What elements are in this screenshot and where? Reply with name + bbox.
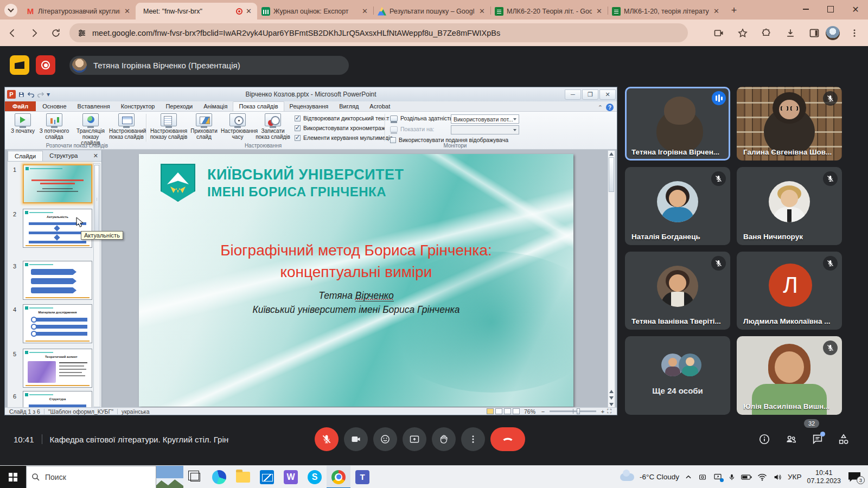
checkbox-media-controls[interactable]: Елементи керування мультимедіа	[295, 134, 393, 141]
ribbon-tab-slideshow[interactable]: Показ слайдів	[233, 101, 284, 111]
status-language[interactable]: українська	[122, 408, 150, 415]
ribbon-tab-view[interactable]: Вигляд	[334, 102, 364, 111]
slide-thumbnail-4[interactable]: Матеріали дослідження	[23, 304, 92, 343]
mic-toggle-button[interactable]	[315, 427, 339, 451]
activities-button[interactable]	[838, 433, 850, 445]
participant-tile[interactable]: Галина Євгенівна Шов...	[737, 87, 842, 160]
ribbon-button-setup-show[interactable]: Настроювання показу слайдів	[149, 113, 188, 140]
browser-tab-gmail[interactable]: M Літературознавчий круглий ✕	[22, 3, 136, 20]
ribbon-tab-insert[interactable]: Вставлення	[72, 102, 116, 111]
tab-close-icon[interactable]: ✕	[478, 7, 486, 15]
ribbon-tab-file[interactable]: Файл	[5, 101, 36, 111]
taskbar-app-w[interactable]: W	[279, 466, 303, 488]
canvas-scrollbar[interactable]	[608, 150, 615, 408]
browser-tab-meet[interactable]: Meet: "fnw-fvsr-brx" ✕	[136, 3, 257, 20]
checkbox-play-narrations[interactable]: Відтворювати дикторський текст	[295, 115, 389, 121]
pip-camera-icon[interactable]	[710, 24, 728, 42]
slideshow-view-button[interactable]	[513, 408, 520, 414]
ppt-close-button[interactable]: ✕	[599, 89, 616, 100]
zoom-slider-handle[interactable]	[577, 408, 580, 414]
extensions-icon[interactable]	[757, 24, 776, 42]
ribbon-tab-animations[interactable]: Анімація	[198, 102, 233, 111]
tray-expand-icon[interactable]	[685, 473, 692, 481]
camera-toggle-button[interactable]	[344, 427, 368, 451]
more-options-button[interactable]	[461, 427, 485, 451]
zoom-out-button[interactable]: −	[540, 408, 546, 415]
qat-dropdown-icon[interactable]: ▾	[47, 91, 50, 98]
reading-view-button[interactable]	[504, 408, 511, 414]
pane-close-icon[interactable]: ✕	[93, 152, 98, 159]
ribbon-button-custom-show[interactable]: Настроюваний показ слайдів	[109, 113, 144, 140]
taskbar-app-explorer[interactable]	[231, 466, 255, 488]
ribbon-tab-design[interactable]: Конструктор	[116, 102, 161, 111]
ribbon-collapse-icon[interactable]: ⌃	[598, 104, 603, 111]
ribbon-tab-acrobat[interactable]: Acrobat	[364, 102, 395, 111]
taskbar-app-mail[interactable]	[255, 466, 279, 488]
tab-close-icon[interactable]: ✕	[123, 7, 131, 15]
taskbar-app-edge[interactable]	[207, 466, 231, 488]
slide-thumbnail-6[interactable]: Структура	[23, 391, 92, 408]
checkbox-use-timings[interactable]: Використовувати хронометраж	[295, 125, 385, 131]
taskbar-clock[interactable]: 10:41 07.12.2023	[807, 469, 841, 485]
save-icon[interactable]	[18, 91, 25, 98]
taskbar-search[interactable]: Поиск	[26, 466, 156, 488]
tray-camera-icon[interactable]	[698, 473, 707, 481]
participant-tile[interactable]: Тетяна Ігорівна Вірчен...	[625, 87, 730, 160]
chat-button[interactable]	[812, 433, 824, 445]
tray-wifi-icon[interactable]	[757, 473, 767, 481]
forward-button[interactable]	[25, 24, 43, 42]
tab-close-icon[interactable]: ✕	[712, 7, 720, 15]
tray-mic-icon[interactable]	[728, 473, 736, 481]
zoom-slider[interactable]	[550, 410, 596, 412]
end-call-button[interactable]	[490, 427, 525, 451]
new-tab-button[interactable]: +	[727, 3, 741, 17]
tray-battery-icon[interactable]	[741, 473, 752, 481]
powerpoint-logo-icon[interactable]: P	[7, 90, 16, 99]
ribbon-button-hide-slide[interactable]: Приховати слайд	[189, 113, 219, 140]
tab-search-button[interactable]	[4, 4, 17, 17]
ppt-minimize-button[interactable]: ─	[565, 89, 581, 100]
tray-display-share-icon[interactable]	[713, 473, 723, 481]
notification-center-button[interactable]: 3	[848, 472, 860, 482]
back-button[interactable]	[3, 24, 22, 42]
ribbon-tab-transitions[interactable]: Переходи	[160, 102, 198, 111]
profile-avatar[interactable]	[826, 26, 840, 40]
undo-icon[interactable]	[27, 91, 35, 98]
recording-button[interactable]	[36, 55, 55, 75]
participant-tile[interactable]: Ваня Ничипорук	[737, 167, 842, 245]
taskbar-app-chrome[interactable]	[327, 466, 350, 488]
scroll-up-icon[interactable]	[609, 152, 614, 156]
tab-close-icon[interactable]: ✕	[361, 7, 369, 15]
ribbon-tab-review[interactable]: Рецензування	[284, 102, 334, 111]
sorter-view-button[interactable]	[495, 408, 502, 414]
pane-tab-outline[interactable]: Структура	[43, 151, 84, 160]
participants-button[interactable]: 32	[784, 433, 797, 445]
address-bar[interactable]: meet.google.com/fnw-fvsr-brx?fbclid=IwAR…	[69, 23, 688, 42]
browser-tab-drive[interactable]: Результати пошуку – Googl ✕	[373, 3, 490, 20]
slide-thumbnail-5[interactable]: Теоретичний аспект	[23, 349, 92, 388]
widgets-weather-thumbnail[interactable]	[156, 466, 183, 488]
help-icon[interactable]: ?	[606, 104, 614, 111]
browser-tab-sheet1[interactable]: МЛК6-2-20 Теорія літ. - Goo ✕	[490, 3, 608, 20]
previous-slide-icon[interactable]	[609, 390, 614, 393]
participant-tile[interactable]: Наталія Богданець	[625, 167, 730, 245]
browser-tab-sheet2[interactable]: МЛК6-1-20, теорія літерату ✕	[608, 3, 725, 20]
show-on-dropdown[interactable]	[451, 125, 519, 134]
maximize-button[interactable]	[818, 0, 843, 18]
tab-close-icon[interactable]: ✕	[245, 7, 253, 15]
meeting-info-button[interactable]	[758, 433, 770, 445]
normal-view-button[interactable]	[487, 408, 494, 414]
present-button[interactable]	[403, 427, 426, 451]
ribbon-tab-home[interactable]: Основне	[37, 102, 72, 111]
raise-hand-button[interactable]	[432, 427, 456, 451]
reload-button[interactable]	[47, 24, 65, 42]
ribbon-button-from-current[interactable]: З поточного слайда	[36, 113, 72, 140]
browser-tab-journal[interactable]: Журнал оцінок: Експорт ✕	[257, 3, 373, 20]
redo-icon[interactable]	[37, 91, 44, 98]
taskbar-app-teams[interactable]: T	[350, 466, 374, 488]
browser-menu-icon[interactable]	[845, 24, 864, 42]
ribbon-button-from-beginning[interactable]: З початку	[10, 113, 35, 134]
side-panel-icon[interactable]	[805, 24, 824, 42]
fit-to-window-button[interactable]: ⛶	[606, 408, 612, 415]
reactions-button[interactable]	[373, 427, 397, 451]
